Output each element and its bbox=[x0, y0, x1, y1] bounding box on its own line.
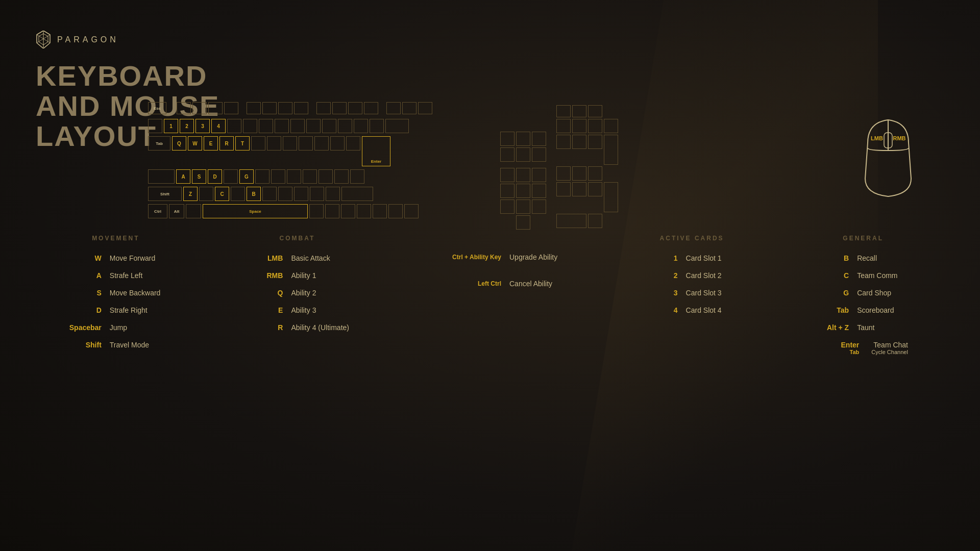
bind-left-ctrl: Left Ctrl Cancel Ability bbox=[424, 280, 577, 288]
action-jump: Jump bbox=[110, 323, 171, 332]
key-s: S bbox=[61, 289, 102, 297]
action-upgrade-ability: Upgrade Ability bbox=[509, 253, 571, 261]
action-cancel-ability: Cancel Ability bbox=[509, 280, 571, 288]
keybinds-area: MOVEMENT W Move Forward A Strafe Left S … bbox=[0, 235, 980, 364]
key-2: 2 bbox=[637, 271, 678, 280]
action-strafe-right: Strafe Right bbox=[110, 306, 171, 314]
bind-enter-teamchat: Enter Tab Team Chat Cycle Channel bbox=[807, 341, 919, 355]
key-ctrl-ability: Ctrl + Ability Key bbox=[430, 254, 501, 261]
general-title: GENERAL bbox=[807, 235, 919, 242]
action-card-slot-4: Card Slot 4 bbox=[686, 306, 747, 314]
key-3: 3 bbox=[637, 289, 678, 297]
bind-s: S Move Backward bbox=[61, 289, 171, 297]
active-cards-title: ACTIVE CARDS bbox=[637, 235, 747, 242]
key-r: R bbox=[242, 323, 283, 332]
action-card-slot-3: Card Slot 3 bbox=[686, 289, 747, 297]
action-scoreboard: Scoreboard bbox=[857, 306, 918, 314]
movement-title: MOVEMENT bbox=[61, 235, 171, 242]
action-team-comm: Team Comm bbox=[857, 271, 918, 280]
key-b-recall: B bbox=[808, 254, 849, 262]
action-card-shop: Card Shop bbox=[857, 289, 918, 297]
bind-shift: Shift Travel Mode bbox=[61, 341, 171, 349]
action-move-backward: Move Backward bbox=[110, 289, 171, 297]
combat-title: COMBAT bbox=[231, 235, 363, 242]
action-taunt: Taunt bbox=[857, 323, 918, 332]
key-4: 4 bbox=[637, 306, 678, 314]
logo-text: PARAGON bbox=[57, 35, 119, 44]
bind-a: A Strafe Left bbox=[61, 271, 171, 280]
mouse-diagram: LMB RMB bbox=[852, 112, 924, 206]
key-rmb: RMB bbox=[242, 271, 283, 280]
bind-3: 3 Card Slot 3 bbox=[637, 289, 747, 297]
active-cards-section: ACTIVE CARDS 1 Card Slot 1 2 Card Slot 2… bbox=[637, 235, 747, 364]
bind-4: 4 Card Slot 4 bbox=[637, 306, 747, 314]
action-card-slot-1: Card Slot 1 bbox=[686, 254, 747, 262]
key-d: D bbox=[61, 306, 102, 314]
action-ability4: Ability 4 (Ultimate) bbox=[291, 323, 352, 332]
key-q: Q bbox=[242, 289, 283, 297]
action-strafe-left: Strafe Left bbox=[110, 271, 171, 280]
paragon-logo-icon bbox=[36, 31, 51, 48]
action-move-forward: Move Forward bbox=[110, 254, 171, 262]
action-ability3: Ability 3 bbox=[291, 306, 352, 314]
ability-section: Ctrl + Ability Key Upgrade Ability Left … bbox=[424, 253, 577, 364]
bind-d: D Strafe Right bbox=[61, 306, 171, 314]
key-spacebar: Spacebar bbox=[61, 323, 102, 332]
key-enter: Enter bbox=[818, 341, 859, 349]
key-c-comm: C bbox=[808, 271, 849, 280]
bind-r: R Ability 4 (Ultimate) bbox=[231, 323, 363, 332]
bind-rmb: RMB Ability 1 bbox=[231, 271, 363, 280]
svg-text:LMB: LMB bbox=[871, 135, 883, 141]
action-cycle-channel: Cycle Channel bbox=[871, 349, 908, 355]
bind-2: 2 Card Slot 2 bbox=[637, 271, 747, 280]
movement-section: MOVEMENT W Move Forward A Strafe Left S … bbox=[61, 235, 171, 364]
action-ability2: Ability 2 bbox=[291, 289, 352, 297]
bind-q: Q Ability 2 bbox=[231, 289, 363, 297]
nav-cluster bbox=[500, 132, 546, 230]
bind-ctrl-ability: Ctrl + Ability Key Upgrade Ability bbox=[424, 253, 577, 261]
bind-lmb: LMB Basic Attack bbox=[231, 254, 363, 262]
action-recall: Recall bbox=[857, 254, 918, 262]
key-tab-score: Tab bbox=[808, 306, 849, 314]
bind-g: G Card Shop bbox=[807, 289, 919, 297]
key-w: W bbox=[61, 254, 102, 262]
key-shift: Shift bbox=[61, 341, 102, 349]
combat-section: COMBAT LMB Basic Attack RMB Ability 1 Q … bbox=[231, 235, 363, 364]
key-left-ctrl: Left Ctrl bbox=[430, 280, 501, 287]
key-lmb: LMB bbox=[242, 254, 283, 262]
bind-c: C Team Comm bbox=[807, 271, 919, 280]
bind-altz: Alt + Z Taunt bbox=[807, 323, 919, 332]
key-a: A bbox=[61, 271, 102, 280]
general-section: GENERAL B Recall C Team Comm G Card Shop… bbox=[807, 235, 919, 364]
bind-tab: Tab Scoreboard bbox=[807, 306, 919, 314]
bind-spacebar: Spacebar Jump bbox=[61, 323, 171, 332]
key-g-shop: G bbox=[808, 289, 849, 297]
bind-1: 1 Card Slot 1 bbox=[637, 254, 747, 262]
bind-b: B Recall bbox=[807, 254, 919, 262]
bind-w: W Move Forward bbox=[61, 254, 171, 262]
numpad bbox=[556, 105, 618, 228]
action-card-slot-2: Card Slot 2 bbox=[686, 271, 747, 280]
logo-area: PARAGON bbox=[36, 31, 119, 48]
key-e: E bbox=[242, 306, 283, 314]
keyboard-diagram: Esc 1 2 3 4 bbox=[148, 102, 432, 220]
svg-text:RMB: RMB bbox=[893, 135, 905, 141]
action-ability1: Ability 1 bbox=[291, 271, 352, 280]
action-basic-attack: Basic Attack bbox=[291, 254, 352, 262]
action-team-chat: Team Chat bbox=[873, 341, 908, 349]
bind-e: E Ability 3 bbox=[231, 306, 363, 314]
action-travel-mode: Travel Mode bbox=[110, 341, 171, 349]
key-altz: Alt + Z bbox=[808, 323, 849, 332]
key-tab-channel: Tab bbox=[818, 349, 859, 355]
key-1: 1 bbox=[637, 254, 678, 262]
